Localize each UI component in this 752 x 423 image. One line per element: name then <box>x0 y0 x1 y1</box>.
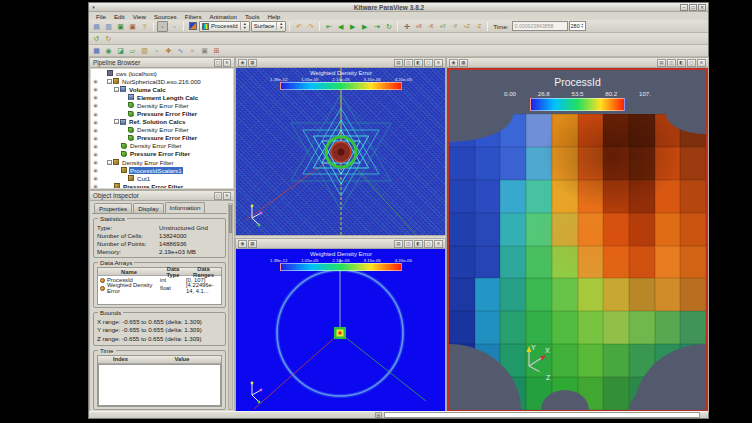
extract-subset-icon[interactable]: ▫ <box>151 45 162 56</box>
view-plus-z-icon[interactable]: +Z <box>461 21 472 32</box>
split-horizontal-button[interactable]: ◫ <box>404 240 413 248</box>
pipeline-item-cws-localhost-[interactable]: cws (localhost) <box>91 69 233 77</box>
expander-icon[interactable]: – <box>107 79 112 84</box>
view-plus-y-icon[interactable]: +Y <box>437 21 448 32</box>
menu-animation[interactable]: Animation <box>206 13 242 20</box>
group-datasets-icon[interactable]: ▣ <box>199 45 210 56</box>
close-panel-button[interactable]: ✕ <box>223 192 231 200</box>
plot-over-line-icon[interactable]: ⊞ <box>211 45 222 56</box>
disconnect-server-icon[interactable]: ▣ <box>127 21 138 32</box>
camera-redo-button[interactable]: ▦ <box>248 240 257 248</box>
visibility-eye-icon[interactable]: ◉ <box>91 175 100 181</box>
undock-panel-button[interactable]: ▢ <box>214 192 222 200</box>
connect-server-icon[interactable]: ▣ <box>115 21 126 32</box>
pipeline-item-cut1[interactable]: ◉Cut1 <box>91 174 233 182</box>
pipeline-item-pressure-error-filter[interactable]: ◉Pressure Error Filter <box>91 182 233 188</box>
split-vertical-button[interactable]: ◧ <box>414 59 423 67</box>
pipeline-item-processidscalars1[interactable]: ◉ProcessIdScalars1 <box>91 166 233 174</box>
menu-tools[interactable]: Tools <box>241 13 263 20</box>
rescale-temporal-range-icon[interactable]: ↻ <box>103 33 114 44</box>
tab-information[interactable]: Information <box>165 202 206 213</box>
visibility-eye-icon[interactable]: ◉ <box>91 183 100 188</box>
open-file-icon[interactable]: ▤ <box>91 21 102 32</box>
select-cells-icon[interactable]: ▫ <box>157 21 168 32</box>
visibility-eye-icon[interactable]: ◉ <box>91 78 100 84</box>
maximize-button[interactable]: □ <box>689 4 697 11</box>
expander-icon[interactable]: – <box>107 160 112 165</box>
visibility-eye-icon[interactable]: ◉ <box>91 102 100 108</box>
pipeline-item-volume-calc[interactable]: ◉–Volume Calc <box>91 85 233 93</box>
pipeline-item-density-error-filter[interactable]: ◉Density Error Filter <box>91 126 233 134</box>
expander-icon[interactable]: – <box>114 87 119 92</box>
expander-icon[interactable]: – <box>114 119 119 124</box>
pipeline-item-ref-solution-calcs[interactable]: ◉–Ref. Solution Calcs <box>91 118 233 126</box>
camera-redo-button[interactable]: ▦ <box>248 59 257 67</box>
window-menu-icon[interactable]: ▾ <box>89 4 98 10</box>
visibility-eye-icon[interactable]: ◉ <box>91 94 100 100</box>
color-by-combo[interactable]: ProcessId▲ ▼ <box>199 21 250 32</box>
split-vertical-button[interactable]: ◧ <box>414 240 423 248</box>
loop-icon[interactable]: ↻ <box>383 21 394 32</box>
warp-vector-icon[interactable]: ≈ <box>187 45 198 56</box>
stream-tracer-icon[interactable]: ∿ <box>175 45 186 56</box>
close-button[interactable]: ✕ <box>698 4 706 11</box>
view-minus-z-icon[interactable]: -Z <box>473 21 484 32</box>
pipeline-item-noispherical3d-exo-216-000[interactable]: ◉–NoiSpherical3D.exo.216.000 <box>91 77 233 85</box>
undo-icon[interactable]: ↶ <box>293 21 304 32</box>
lookmark-button[interactable]: ▤ <box>657 59 666 67</box>
contour-icon[interactable]: ◉ <box>103 45 114 56</box>
render-scene-density-far[interactable]: Weighted Density Error1.39e-121.05e-052.… <box>236 249 445 412</box>
close-view-button[interactable]: ✕ <box>434 240 443 248</box>
render-scene-density-slice[interactable]: Weighted Density Error1.39e-121.05e-052.… <box>236 68 445 235</box>
view-plus-x-icon[interactable]: +X <box>413 21 424 32</box>
calculator-icon[interactable]: ▦ <box>91 45 102 56</box>
visibility-eye-icon[interactable]: ◉ <box>91 135 100 141</box>
rescale-to-data-range-icon[interactable]: ↺ <box>91 33 102 44</box>
pipeline-item-density-error-filter[interactable]: ◉Density Error Filter <box>91 101 233 109</box>
title-bar[interactable]: ▾ Kitware ParaView 3.8.2 – □ ✕ <box>89 3 708 12</box>
menu-view[interactable]: View <box>129 13 150 20</box>
render-scene-processid-surface[interactable]: Y X Z ProcessId0.0026.853.580.2107. <box>447 68 708 412</box>
menu-file[interactable]: File <box>92 13 110 20</box>
lookmark-button[interactable]: ▤ <box>394 59 403 67</box>
menu-sources[interactable]: Sources <box>150 13 181 20</box>
visibility-eye-icon[interactable]: ◉ <box>91 159 100 165</box>
tab-display[interactable]: Display <box>133 203 163 213</box>
split-horizontal-button[interactable]: ◫ <box>667 59 676 67</box>
lookmark-button[interactable]: ▤ <box>394 240 403 248</box>
visibility-eye-icon[interactable]: ◉ <box>91 143 100 149</box>
time-value-field[interactable]: 0.000923843858 <box>512 21 568 31</box>
pipeline-item-pressure-error-filter[interactable]: ◉Pressure Error Filter <box>91 150 233 158</box>
clip-icon[interactable]: ◪ <box>115 45 126 56</box>
save-file-icon[interactable]: ▥ <box>103 21 114 32</box>
split-vertical-button[interactable]: ◧ <box>677 59 686 67</box>
view-minus-y-icon[interactable]: -Y <box>449 21 460 32</box>
pipeline-item-element-length-calc[interactable]: ◉Element Length Calc <box>91 93 233 101</box>
previous-frame-icon[interactable]: ◀ <box>335 21 346 32</box>
scrollbar[interactable] <box>228 203 233 410</box>
color-legend-icon[interactable] <box>187 21 198 32</box>
visibility-eye-icon[interactable]: ◉ <box>91 151 100 157</box>
render-view-right-active[interactable]: ◉ ▦ ▤ ◫ ◧ ▢ ✕ <box>446 57 709 413</box>
close-panel-button[interactable]: ✕ <box>223 59 231 67</box>
frame-spinbox[interactable]: 280▲▼ <box>569 21 586 31</box>
play-icon[interactable]: ▶ <box>347 21 358 32</box>
tab-properties[interactable]: Properties <box>94 203 132 213</box>
pipeline-item-density-error-filter[interactable]: ◉Density Error Filter <box>91 142 233 150</box>
visibility-eye-icon[interactable]: ◉ <box>91 167 100 173</box>
camera-undo-button[interactable]: ◉ <box>449 59 458 67</box>
minimize-button[interactable]: – <box>680 4 688 11</box>
first-frame-icon[interactable]: ⇤ <box>323 21 334 32</box>
undock-panel-button[interactable]: ▢ <box>214 59 222 67</box>
close-view-button[interactable]: ✕ <box>697 59 706 67</box>
maximize-view-button[interactable]: ▢ <box>424 59 433 67</box>
threshold-icon[interactable]: ▥ <box>139 45 150 56</box>
visibility-eye-icon[interactable]: ◉ <box>91 111 100 117</box>
close-view-button[interactable]: ✕ <box>434 59 443 67</box>
maximize-view-button[interactable]: ▢ <box>687 59 696 67</box>
camera-undo-button[interactable]: ◉ <box>238 59 247 67</box>
render-view-bottom[interactable]: ◉ ▦ ▤ ◫ ◧ ▢ ✕ <box>235 238 446 413</box>
slice-icon[interactable]: ▱ <box>127 45 138 56</box>
pipeline-item-density-error-filter[interactable]: ◉–Density Error Filter <box>91 158 233 166</box>
last-frame-icon[interactable]: ⇥ <box>371 21 382 32</box>
